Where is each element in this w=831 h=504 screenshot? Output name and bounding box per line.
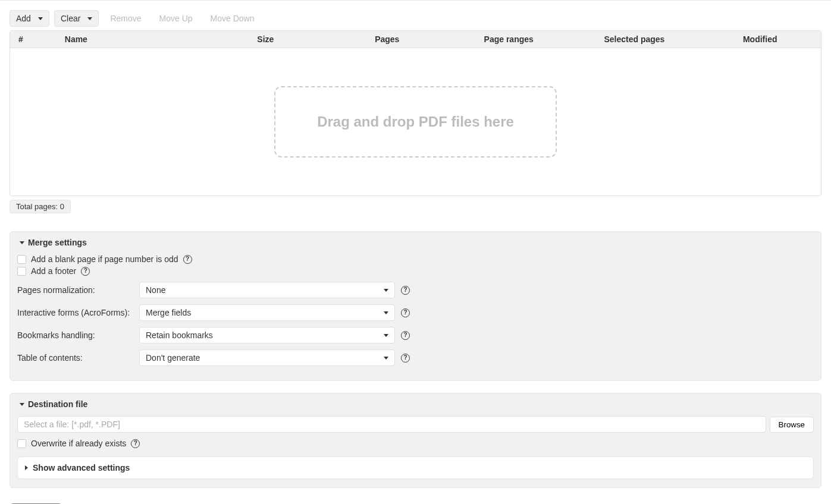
destination-header[interactable]: Destination file [17,399,814,409]
move-down-button-label: Move Down [211,14,255,23]
blank-page-label: Add a blank page if page number is odd [31,254,178,264]
total-pages-chip: Total pages: 0 [10,200,71,213]
acroforms-label: Interactive forms (AcroForms): [17,308,139,317]
merge-settings-title: Merge settings [28,238,87,247]
remove-button-label: Remove [110,14,141,23]
help-icon[interactable]: ? [401,331,410,340]
merge-settings-header[interactable]: Merge settings [17,238,814,247]
footer-label: Add a footer [31,266,76,276]
toc-select[interactable]: Don't generate [139,349,395,366]
normalization-select[interactable]: None [139,282,395,298]
help-icon[interactable]: ? [401,308,410,317]
add-button-label: Add [16,14,31,23]
blank-page-checkbox[interactable] [17,255,26,264]
help-icon[interactable]: ? [81,267,90,276]
help-icon[interactable]: ? [401,286,410,295]
move-down-button: Move Down [204,10,261,27]
browse-button[interactable]: Browse [770,417,814,433]
normalization-label: Pages normalization: [17,285,139,295]
destination-panel: Destination file Browse Overwrite if alr… [10,393,821,488]
help-icon[interactable]: ? [183,255,192,264]
col-header-pages[interactable]: Pages [327,31,448,48]
overwrite-checkbox[interactable] [17,439,26,448]
overwrite-label: Overwrite if already exists [31,439,126,448]
col-header-selected-pages[interactable]: Selected pages [569,31,699,48]
bookmarks-value: Retain bookmarks [146,330,213,340]
toc-value: Don't generate [146,353,200,363]
drop-area[interactable]: Drag and drop PDF files here [10,48,821,196]
normalization-value: None [146,285,165,295]
toc-label: Table of contents: [17,353,139,363]
advanced-settings-label: Show advanced settings [33,463,130,472]
merge-settings-panel: Merge settings Add a blank page if page … [10,231,821,381]
col-header-page-ranges[interactable]: Page ranges [448,31,569,48]
chevron-down-icon [384,357,388,360]
add-button[interactable]: Add [10,10,49,27]
col-header-size[interactable]: Size [205,31,326,48]
advanced-settings-toggle[interactable]: Show advanced settings [17,456,814,479]
chevron-down-icon [20,403,24,406]
chevron-right-icon [25,465,28,470]
chevron-down-icon [384,334,388,337]
clear-button-label: Clear [61,14,80,23]
remove-button: Remove [104,10,148,27]
file-list-toolbar: Add Clear Remove Move Up Move Down [10,10,821,27]
drop-hint: Drag and drop PDF files here [274,86,557,158]
clear-button[interactable]: Clear [54,10,99,27]
acroforms-select[interactable]: Merge fields [139,304,395,321]
acroforms-value: Merge fields [146,308,191,317]
chevron-down-icon [87,17,92,20]
move-up-button-label: Move Up [159,14,193,23]
chevron-down-icon [20,241,24,244]
help-icon[interactable]: ? [401,354,410,363]
table-header-row: # Name Size Pages Page ranges Selected p… [10,31,821,48]
chevron-down-icon [384,289,388,292]
browse-button-label: Browse [779,420,805,429]
bookmarks-label: Bookmarks handling: [17,330,139,340]
col-header-name[interactable]: Name [59,31,205,48]
status-bar: Total pages: 0 [10,200,821,213]
destination-file-input[interactable] [17,416,766,433]
col-header-index[interactable]: # [10,31,59,48]
chevron-down-icon [384,311,388,314]
file-table: # Name Size Pages Page ranges Selected p… [10,30,821,196]
help-icon[interactable]: ? [131,439,140,448]
chevron-down-icon [38,17,43,20]
footer-checkbox[interactable] [17,267,26,276]
col-header-modified[interactable]: Modified [699,31,820,48]
destination-title: Destination file [28,399,87,409]
move-up-button: Move Up [153,10,199,27]
bookmarks-select[interactable]: Retain bookmarks [139,327,395,344]
